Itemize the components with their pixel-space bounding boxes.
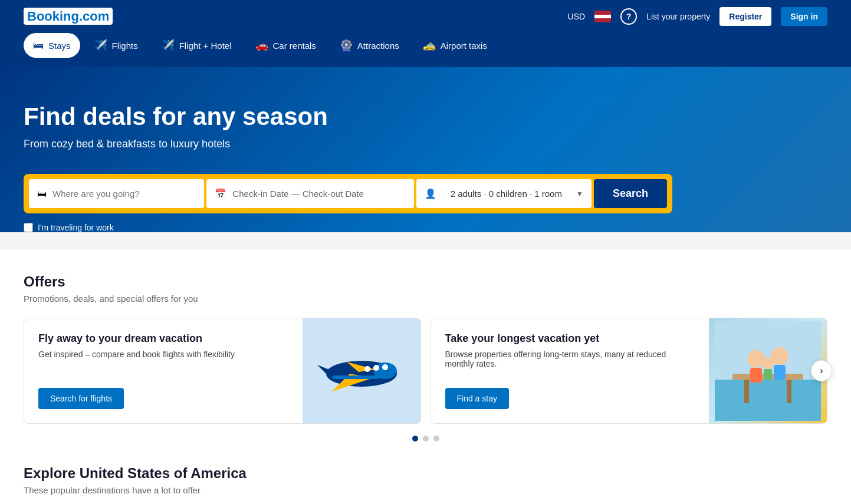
svg-point-14	[747, 350, 765, 368]
carousel-dot-3[interactable]	[433, 436, 439, 442]
explore-section: Explore United States of America These p…	[24, 465, 827, 495]
header-right: USD ? List your property Register Sign i…	[568, 7, 827, 26]
calendar-icon: 📅	[215, 188, 226, 199]
offer-flights-title: Fly away to your dream vacation	[38, 332, 288, 345]
nav-label-attractions: Attractions	[357, 41, 399, 51]
nav-item-stays[interactable]: 🛏 Stays	[24, 33, 80, 58]
airplane-svg	[308, 335, 415, 406]
register-button[interactable]: Register	[719, 7, 771, 26]
nav-label-flight-hotel: Flight + Hotel	[179, 41, 232, 51]
svg-rect-10	[715, 380, 821, 421]
work-travel-label[interactable]: I'm traveling for work	[24, 223, 672, 232]
attractions-icon: 🎡	[340, 39, 353, 52]
offer-card-flights: Fly away to your dream vacation Get insp…	[24, 318, 421, 424]
language-selector[interactable]	[594, 11, 611, 22]
guests-value: 2 adults · 0 children · 1 room	[451, 189, 562, 199]
work-travel-text: I'm traveling for work	[38, 223, 114, 232]
destination-icon: 🛏	[37, 189, 47, 199]
nav-label-flights: Flights	[112, 41, 138, 51]
svg-point-7	[382, 364, 388, 370]
bed-icon: 🛏	[33, 39, 44, 52]
carousel-dot-1[interactable]	[412, 436, 418, 442]
svg-rect-8	[332, 375, 379, 379]
destination-input[interactable]	[52, 180, 196, 207]
hero-section: Find deals for any season From cozy bed …	[0, 67, 851, 232]
chevron-down-icon: ▼	[576, 190, 583, 198]
car-icon: 🚗	[255, 39, 268, 52]
svg-point-18	[762, 357, 774, 369]
offer-stays-desc: Browse properties offering long-term sta…	[445, 350, 695, 368]
signin-button[interactable]: Sign in	[781, 7, 827, 26]
offer-card-stays-content: Take your longest vacation yet Browse pr…	[431, 318, 709, 423]
nav-item-car-rentals[interactable]: 🚗 Car rentals	[246, 33, 326, 58]
svg-rect-17	[774, 365, 786, 380]
offers-carousel-wrapper: Fly away to your dream vacation Get insp…	[24, 318, 827, 424]
hotel-scene-svg	[715, 321, 821, 421]
hotel-image-placeholder	[709, 318, 827, 423]
flight-hotel-icon: ✈️	[162, 39, 175, 52]
nav-item-flight-hotel[interactable]: ✈️ Flight + Hotel	[152, 33, 241, 58]
navigation: 🛏 Stays ✈️ Flights ✈️ Flight + Hotel 🚗 C…	[0, 33, 851, 67]
carousel-dot-2[interactable]	[423, 436, 429, 442]
hero-subtitle: From cozy bed & breakfasts to luxury hot…	[24, 138, 672, 150]
plane-icon: ✈️	[94, 39, 107, 52]
guests-selector[interactable]: 👤 2 adults · 0 children · 1 room ▼	[416, 179, 592, 208]
search-flights-button[interactable]: Search for flights	[38, 388, 124, 409]
hero-title: Find deals for any season	[24, 103, 672, 131]
nav-item-airport-taxis[interactable]: 🚕 Airport taxis	[413, 33, 497, 58]
explore-title: Explore United States of America	[24, 465, 827, 482]
nav-item-attractions[interactable]: 🎡 Attractions	[330, 33, 409, 58]
destination-input-wrapper[interactable]: 🛏	[29, 179, 204, 208]
offer-card-stays: Take your longest vacation yet Browse pr…	[431, 318, 828, 424]
dates-text[interactable]: Check-in Date — Check-out Date	[232, 189, 364, 199]
list-property-link[interactable]: List your property	[646, 12, 710, 21]
dates-input-wrapper[interactable]: 📅 Check-in Date — Check-out Date	[206, 179, 413, 208]
find-stay-button[interactable]: Find a stay	[445, 388, 509, 409]
offers-title: Offers	[24, 274, 827, 290]
svg-rect-13	[787, 380, 791, 403]
offer-flights-desc: Get inspired – compare and book flights …	[38, 350, 288, 359]
nav-label-car-rentals: Car rentals	[273, 41, 316, 51]
header: Booking.com USD ? List your property Reg…	[0, 0, 851, 33]
help-button[interactable]: ?	[620, 8, 637, 25]
work-travel-checkbox[interactable]	[24, 223, 33, 232]
search-button[interactable]: Search	[594, 179, 667, 208]
offers-section: Offers Promotions, deals, and special of…	[24, 274, 827, 442]
carousel-next-button[interactable]: ›	[811, 360, 832, 381]
offers-carousel: Fly away to your dream vacation Get insp…	[24, 318, 827, 424]
nav-item-flights[interactable]: ✈️ Flights	[85, 33, 147, 58]
svg-rect-19	[764, 369, 772, 380]
person-icon: 👤	[425, 188, 436, 199]
offer-stays-image	[709, 318, 827, 423]
offers-subtitle: Promotions, deals, and special offers fo…	[24, 294, 827, 304]
taxi-icon: 🚕	[423, 39, 436, 52]
main-content: Offers Promotions, deals, and special of…	[0, 250, 851, 504]
currency-selector[interactable]: USD	[568, 12, 586, 21]
logo-text: Booking.com	[24, 8, 113, 25]
svg-point-5	[364, 366, 370, 372]
carousel-dots	[24, 436, 827, 442]
nav-label-stays: Stays	[48, 41, 71, 51]
offer-card-flights-content: Fly away to your dream vacation Get insp…	[24, 318, 303, 423]
svg-rect-12	[744, 380, 749, 403]
svg-point-6	[373, 365, 379, 371]
offer-flights-image	[303, 318, 420, 423]
explore-subtitle: These popular destinations have a lot to…	[24, 485, 827, 495]
logo: Booking.com	[24, 9, 113, 24]
search-bar: 🛏 📅 Check-in Date — Check-out Date 👤 2 a…	[24, 174, 672, 213]
offer-stays-title: Take your longest vacation yet	[445, 332, 695, 345]
svg-rect-15	[750, 368, 762, 383]
nav-label-airport-taxis: Airport taxis	[441, 41, 487, 51]
